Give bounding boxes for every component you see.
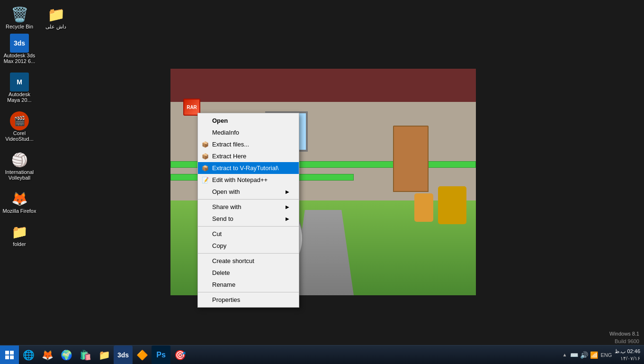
win-version-text: Windows 8.1	[609, 330, 639, 337]
win-build-text: Build 9600	[609, 338, 639, 345]
desktop: RAR 🗑️ Recycle Bin 📁 داش علی 3ds Autodes…	[0, 0, 644, 364]
taskbar-icon-autodesk[interactable]: 3ds	[114, 346, 133, 364]
desktop-icon-firefox[interactable]: 🦊 Mozilla Firefox	[2, 189, 36, 214]
volleyball-label: International Volleyball	[2, 169, 36, 181]
clock-date: ۱۴/۰۷/۱۶	[615, 355, 640, 362]
menu-item-send-to[interactable]: Send to ▶	[198, 213, 299, 225]
taskbar-icon-firefox[interactable]: 🦊	[38, 346, 57, 364]
folder-label: folder	[13, 241, 26, 247]
desktop-icon-folder[interactable]: 📁 folder	[2, 222, 36, 247]
clock-time: 02:46 ب.ظ	[615, 348, 640, 355]
clock-area[interactable]: 02:46 ب.ظ ۱۴/۰۷/۱۶	[615, 348, 640, 362]
maya-label: Autodesk Maya 20...	[2, 91, 36, 103]
corel-label: Corel VideoStud...	[2, 130, 36, 142]
3dsmax-label: Autodesk 3ds Max 2012 6...	[2, 53, 36, 64]
context-menu: Open MediaInfo 📦 Extract files... 📦 Extr…	[197, 113, 299, 308]
menu-item-mediainfo[interactable]: MediaInfo	[198, 127, 299, 138]
arrow-open-with: ▶	[286, 189, 289, 194]
taskbar-icon-store[interactable]: 🛍️	[76, 346, 95, 364]
menu-item-copy[interactable]: Copy	[198, 240, 299, 252]
windows-version: Windows 8.1 Build 9600	[609, 330, 639, 345]
taskbar-icon-app9[interactable]: 🎯	[170, 346, 189, 364]
menu-item-create-shortcut[interactable]: Create shortcut	[198, 255, 299, 267]
firefox-label: Mozilla Firefox	[3, 208, 36, 214]
desktop-icon-3dsmax[interactable]: 3ds Autodesk 3ds Max 2012 6...	[2, 34, 36, 64]
menu-item-share-with[interactable]: Share with ▶	[198, 201, 299, 213]
desktop-icon-corel[interactable]: 🎬 Corel VideoStud...	[2, 111, 36, 142]
desktop-icon-recycle-bin[interactable]: 🗑️ Recycle Bin	[2, 5, 36, 30]
menu-item-edit-notepad[interactable]: 📝 Edit with Notepad++	[198, 174, 299, 186]
start-button[interactable]	[0, 346, 19, 364]
taskbar-icon-ie[interactable]: 🌍	[57, 346, 76, 364]
menu-item-delete[interactable]: Delete	[198, 267, 299, 279]
menu-item-properties[interactable]: Properties	[198, 294, 299, 306]
separator-4	[198, 292, 299, 292]
menu-item-extract-files[interactable]: 📦 Extract files...	[198, 138, 299, 150]
arrow-send-to: ▶	[286, 216, 289, 221]
menu-item-rename[interactable]: Rename	[198, 279, 299, 291]
menu-item-cut[interactable]: Cut	[198, 228, 299, 240]
taskbar-icon-explorer[interactable]: 📁	[95, 346, 114, 364]
menu-item-extract-here[interactable]: 📦 Extract Here	[198, 150, 299, 162]
menu-item-extract-to[interactable]: 📦 Extract to V-RayTutorial\	[198, 162, 299, 174]
menu-item-open[interactable]: Open	[198, 115, 299, 127]
separator-2	[198, 226, 299, 227]
recycle-bin-label: Recycle Bin	[6, 24, 33, 29]
separator-1	[198, 199, 299, 200]
taskbar-icon-chrome[interactable]: 🌐	[19, 346, 38, 364]
desktop-icon-arabic-folder[interactable]: 📁 داش علی	[39, 5, 73, 30]
taskbar-icon-photoshop[interactable]: Ps	[152, 346, 170, 364]
arabic-folder-label: داش علی	[45, 24, 66, 30]
tray-arrow[interactable]: ▲	[563, 352, 567, 357]
desktop-icons-area: 🗑️ Recycle Bin 📁 داش علی 3ds Autodesk 3d…	[2, 5, 73, 247]
desktop-icon-maya[interactable]: M Autodesk Maya 20...	[2, 73, 36, 103]
arrow-share-with: ▶	[286, 204, 289, 209]
taskbar: 🌐 🦊 🌍 🛍️ 📁 3ds 🔶 Ps 🎯 ▲ ⌨️ 🔊 📶 ENG 02:46…	[0, 345, 644, 364]
tray-icons: ⌨️ 🔊 📶	[570, 351, 598, 359]
system-tray: ▲ ⌨️ 🔊 📶 ENG 02:46 ب.ظ ۱۴/۰۷/۱۶	[559, 348, 644, 362]
menu-item-open-with[interactable]: Open with ▶	[198, 186, 299, 198]
separator-3	[198, 253, 299, 254]
taskbar-icon-maya[interactable]: 🔶	[133, 346, 152, 364]
language-indicator[interactable]: ENG	[601, 352, 612, 358]
desktop-icon-volleyball[interactable]: 🏐 International Volleyball	[2, 150, 36, 181]
